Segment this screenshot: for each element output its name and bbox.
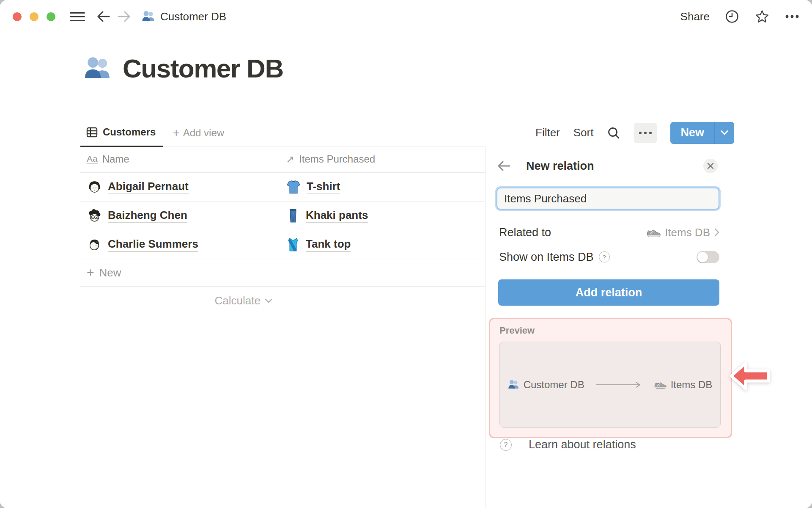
view-options-button[interactable] (634, 123, 657, 143)
name-cell[interactable]: Charlie Summers (80, 230, 278, 259)
column-header-items-purchased[interactable]: ↗ Items Purchased (278, 146, 485, 172)
table-header-row: Aa Name ↗ Items Purchased (80, 146, 485, 173)
add-view-label: Add view (183, 127, 224, 139)
toolbar-actions: Filter Sort New (535, 122, 734, 144)
view-toolbar: Customers + Add view Filter Sort New (80, 119, 734, 146)
search-icon[interactable] (607, 126, 620, 140)
relation-property-icon: ↗ (286, 153, 294, 165)
relation-preview: Customer DB Items DB (499, 342, 721, 428)
jeans-icon (286, 208, 300, 224)
busts-in-silhouette-icon (84, 55, 112, 83)
customers-table: Aa Name ↗ Items Purchased Abigai (80, 146, 485, 315)
show-on-row: Show on Items DB ? (499, 248, 719, 266)
row-name-link[interactable]: Abigail Pernaut (108, 180, 189, 194)
name-cell[interactable]: Abigail Pernaut (80, 173, 278, 201)
plus-icon: + (173, 127, 179, 139)
new-dropdown-button[interactable] (714, 122, 734, 144)
new-row-button[interactable]: + New (80, 259, 485, 287)
row-name-link[interactable]: Baizheng Chen (108, 209, 187, 223)
items-cell[interactable]: Khaki pants (278, 202, 485, 230)
avatar (87, 179, 102, 195)
plus-icon: + (87, 265, 94, 280)
column-items-label: Items Purchased (299, 153, 375, 165)
running-shirt-icon (286, 237, 300, 252)
help-icon: ? (500, 439, 512, 451)
preview-label: Preview (499, 325, 535, 336)
related-to-row: Related to Items DB (499, 223, 719, 242)
add-relation-button[interactable]: Add relation (498, 279, 719, 306)
page-title-text: Customer DB (123, 53, 283, 83)
tab-customers[interactable]: Customers (80, 119, 163, 147)
titlebar-actions: Share (680, 9, 799, 24)
busts-in-silhouette-icon (508, 379, 519, 390)
column-name-label: Name (102, 153, 129, 165)
related-to-select[interactable]: Items DB (646, 226, 719, 239)
busts-in-silhouette-icon (142, 10, 155, 23)
zoom-window-button[interactable] (47, 12, 55, 21)
table-row: Charlie Summers Tank top (80, 230, 485, 259)
preview-target-label: Items DB (671, 379, 713, 391)
learn-about-relations-link[interactable]: ? Learn about relations (500, 438, 636, 451)
new-split-button: New (670, 122, 734, 144)
more-options-icon[interactable] (785, 14, 799, 19)
preview-highlight: Preview Customer DB (489, 318, 732, 438)
column-header-name[interactable]: Aa Name (80, 146, 278, 172)
related-to-label: Related to (499, 226, 551, 239)
row-item-link[interactable]: Khaki pants (306, 209, 368, 223)
share-button[interactable]: Share (680, 10, 710, 23)
sidebar-menu-icon[interactable] (70, 10, 85, 23)
row-item-link[interactable]: T-shirt (307, 180, 340, 194)
page-title: Customer DB (84, 53, 283, 83)
title-property-icon: Aa (87, 154, 98, 164)
show-on-toggle[interactable] (697, 251, 719, 263)
row-name-link[interactable]: Charlie Summers (108, 237, 198, 252)
tab-customers-label: Customers (103, 126, 156, 138)
back-arrow-icon[interactable] (497, 160, 511, 171)
name-cell[interactable]: Baizheng Chen (80, 202, 278, 230)
preview-target: Items DB (654, 379, 713, 391)
items-cell[interactable]: Tank top (278, 230, 485, 259)
new-row-label: New (99, 266, 121, 279)
panel-title: New relation (526, 160, 594, 173)
help-icon[interactable]: ? (599, 251, 610, 262)
sneaker-icon (654, 380, 667, 389)
add-view-button[interactable]: + Add view (173, 127, 224, 139)
row-item-link[interactable]: Tank top (306, 237, 351, 252)
panel-header: New relation (497, 159, 718, 173)
titlebar: Customer DB Share (0, 0, 812, 33)
t-shirt-icon (286, 179, 301, 195)
long-right-arrow-icon (595, 381, 643, 388)
chevron-right-icon (714, 228, 719, 237)
annotation-arrow-icon (729, 359, 771, 393)
updates-clock-icon[interactable] (725, 9, 739, 24)
items-cell[interactable]: T-shirt (278, 173, 485, 201)
favorite-star-icon[interactable] (754, 9, 770, 24)
calculate-label: Calculate (215, 294, 261, 307)
filter-button[interactable]: Filter (535, 126, 560, 139)
table-view-icon (86, 127, 98, 138)
notion-window: Customer DB Share Customer DB (0, 0, 812, 508)
traffic-lights (13, 12, 55, 21)
table-row: Abigail Pernaut T-shirt (80, 173, 485, 202)
minimize-window-button[interactable] (30, 12, 38, 21)
relation-name-input[interactable] (497, 188, 719, 210)
preview-source-label: Customer DB (524, 379, 584, 391)
new-relation-panel: New relation Related to Item (485, 146, 812, 508)
chevron-down-icon (265, 298, 272, 303)
avatar (87, 208, 102, 224)
breadcrumb[interactable]: Customer DB (142, 10, 226, 23)
new-button[interactable]: New (670, 122, 714, 144)
window-title: Customer DB (160, 10, 226, 23)
table-row: Baizheng Chen Khaki pants (80, 202, 485, 230)
sort-button[interactable]: Sort (573, 126, 594, 139)
forward-arrow-icon[interactable] (115, 8, 132, 25)
back-arrow-icon[interactable] (95, 8, 112, 25)
sneaker-icon (646, 227, 661, 238)
avatar (87, 237, 102, 252)
close-window-button[interactable] (13, 12, 22, 21)
close-icon[interactable] (703, 159, 718, 173)
show-on-label: Show on Items DB (499, 251, 594, 264)
calculate-button[interactable]: Calculate (80, 287, 278, 315)
related-to-value: Items DB (665, 226, 710, 239)
preview-source: Customer DB (508, 379, 584, 391)
